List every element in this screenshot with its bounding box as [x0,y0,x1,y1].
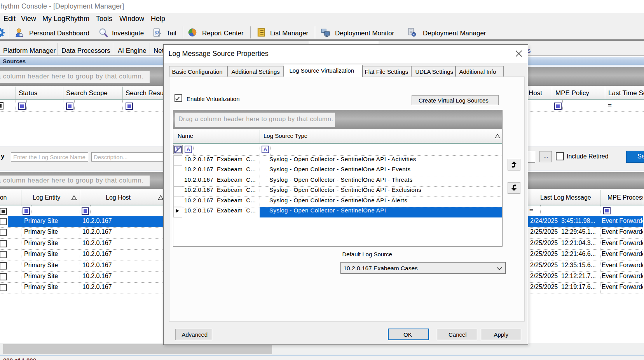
svg-text:A: A [264,146,267,152]
svg-text:A: A [187,146,190,152]
